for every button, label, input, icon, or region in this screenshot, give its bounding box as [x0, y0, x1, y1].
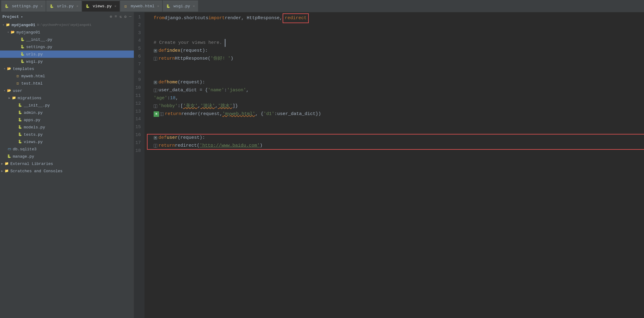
py-icon-apps: 🐍 — [18, 118, 23, 122]
tab-wsgi[interactable]: 🐍 wsgi.py × — [163, 1, 198, 12]
folder-icon-templates: 📂 — [7, 67, 12, 71]
tab-views-close[interactable]: × — [114, 5, 117, 8]
html-icon: ◫ — [123, 4, 128, 9]
root-label: mydjango01 — [12, 23, 35, 27]
tab-urls-close[interactable]: × — [76, 5, 78, 8]
fold-marker-9[interactable]: ▾ — [154, 81, 157, 84]
py-icon-urls: 🐍 — [20, 52, 25, 56]
line-numbers: 1 2 3 4 5 6 7 8 9 10 11 12 13 14 15 16 1 — [134, 12, 144, 318]
tab-settings[interactable]: 🐍 settings.py × — [1, 1, 46, 12]
minimize-icon[interactable]: — — [129, 14, 131, 19]
tree-item-user[interactable]: ▾ 📂 user — [0, 87, 134, 94]
views-label: views.py — [24, 140, 43, 144]
tab-wsgi-close[interactable]: × — [193, 5, 195, 8]
tab-myweb-close[interactable]: × — [157, 5, 159, 8]
tab-urls[interactable]: 🐍 urls.py × — [46, 1, 81, 12]
folder-icon-migrations: 📁 — [12, 96, 16, 100]
tree-item-urls[interactable]: 🐍 urls.py — [0, 51, 134, 58]
red-border-block: ▾ def user ( request ): │ return redir — [154, 134, 644, 150]
fold-marker-16[interactable]: ▾ — [154, 136, 157, 140]
code-line-7 — [154, 63, 644, 71]
tree-item-db[interactable]: 🗃 db.sqlite3 — [0, 145, 134, 153]
user-label: user — [13, 89, 22, 93]
fold-marker-5[interactable]: ▾ — [154, 49, 157, 53]
tab-bar: 🐍 settings.py × 🐍 urls.py × 🐍 views.py ×… — [0, 0, 644, 12]
models-label: models.py — [24, 125, 45, 130]
code-area[interactable]: from django.shortcuts import render, Htt… — [144, 12, 644, 318]
code-line-6: │ return HttpResponse( '你好! ' ) — [154, 55, 644, 63]
tab-settings-close[interactable]: × — [41, 5, 43, 8]
migrations-label: migrations — [18, 96, 41, 100]
file-tree: Project ▾ ⊕ ≡ ⇅ ⚙ — ▾ 📁 mydjango01 D:\py… — [0, 12, 134, 318]
tab-views[interactable]: 🐍 views.py × — [82, 1, 120, 12]
folder-icon-external: 📁 — [4, 162, 9, 166]
tree-item-scratches[interactable]: ▶ 📁 Scratches and Consoles — [0, 167, 134, 175]
sort-icon[interactable]: ⇅ — [120, 14, 122, 19]
tree-item-settings[interactable]: 🐍 settings.py — [0, 43, 134, 51]
code-line-2 — [154, 23, 644, 31]
tab-views-label: views.py — [93, 4, 112, 9]
code-line-18 — [154, 150, 644, 158]
admin-label: admin.py — [24, 110, 43, 115]
py-icon-manage: 🐍 — [7, 154, 12, 159]
tab-myweb[interactable]: ◫ myweb.html × — [120, 1, 162, 12]
folder-icon-mydjango01: 📂 — [10, 30, 15, 34]
py-icon-4: 🐍 — [166, 4, 171, 9]
myweb-label: myweb.html — [21, 74, 45, 79]
tree-item-root[interactable]: ▾ 📁 mydjango01 D:\pythonProject\mydjango… — [0, 21, 134, 29]
tab-urls-label: urls.py — [57, 4, 74, 9]
tab-myweb-label: myweb.html — [131, 4, 155, 9]
scratches-label: Scratches and Consoles — [10, 169, 63, 173]
code-line-10: │ user_data_dict = { 'name' : 'jason' , — [154, 86, 644, 94]
settings-label: settings.py — [26, 45, 52, 49]
code-line-3 — [154, 31, 644, 39]
tab-wsgi-label: wsgi.py — [173, 4, 190, 9]
tree-item-init1[interactable]: 🐍 __init__.py — [0, 36, 134, 43]
code-line-5: ▾ def index ( request ): — [154, 47, 644, 55]
external-arrow: ▶ — [0, 162, 4, 166]
code-line-16: ▾ def user ( request ): — [154, 134, 644, 142]
tree-item-migrations[interactable]: ▶ 📁 migrations — [0, 94, 134, 102]
project-dropdown-icon[interactable]: ▾ — [21, 15, 23, 19]
tree-item-views[interactable]: 🐍 views.py — [0, 138, 134, 145]
tree-item-apps[interactable]: 🐍 apps.py — [0, 116, 134, 124]
py-icon-models: 🐍 — [18, 125, 23, 129]
tab-settings-label: settings.py — [12, 4, 38, 9]
project-header[interactable]: Project ▾ ⊕ ≡ ⇅ ⚙ — — [0, 12, 134, 21]
collapse-all-icon[interactable]: ≡ — [115, 14, 117, 19]
init1-label: __init__.py — [26, 37, 52, 42]
mydjango01-label: mydjango01 — [16, 30, 40, 35]
root-arrow: ▾ — [1, 23, 5, 27]
py-icon-settings: 🐍 — [20, 45, 25, 49]
tree-item-init2[interactable]: 🐍 __init__.py — [0, 102, 134, 109]
tree-item-manage[interactable]: 🐍 manage.py — [0, 153, 134, 160]
root-path: D:\pythonProject\mydjango01 — [37, 23, 91, 27]
tree-item-external[interactable]: ▶ 📁 External Libraries — [0, 160, 134, 167]
code-line-9: ▾ def home ( request ): — [154, 79, 644, 86]
code-line-1: from django.shortcuts import render, Htt… — [154, 13, 644, 23]
code-line-4: # Create your views here. — [154, 39, 644, 47]
project-header-icons: ⊕ ≡ ⇅ ⚙ — — [110, 14, 131, 19]
code-line-13: H │ return render(request, 'myweb.html' … — [154, 110, 644, 118]
user-arrow: ▾ — [2, 89, 7, 93]
locate-icon[interactable]: ⊕ — [110, 14, 112, 19]
code-line-15 — [154, 126, 644, 134]
mydjango01-arrow: ▾ — [6, 30, 10, 34]
fold-inner-13: │ — [160, 112, 164, 116]
html-icon-myweb: ◫ — [15, 74, 20, 78]
tree-item-mydjango01[interactable]: ▾ 📂 mydjango01 — [0, 29, 134, 36]
settings-gear-icon[interactable]: ⚙ — [124, 14, 127, 19]
redirect-highlight: redirect — [283, 13, 309, 23]
init2-label: __init__.py — [24, 103, 50, 108]
tree-item-wsgi[interactable]: 🐍 wsgi.py — [0, 58, 134, 65]
py-icon: 🐍 — [4, 4, 9, 9]
tree-item-templates[interactable]: ▾ 📂 templates — [0, 65, 134, 72]
tree-item-tests[interactable]: 🐍 tests.py — [0, 131, 134, 138]
tree-item-test[interactable]: ◫ test.html — [0, 80, 134, 87]
tree-item-admin[interactable]: 🐍 admin.py — [0, 109, 134, 116]
code-line-17: │ return redirect( 'http://www.baidu.com… — [154, 142, 644, 150]
tree-item-myweb[interactable]: ◫ myweb.html — [0, 72, 134, 80]
tree-item-models[interactable]: 🐍 models.py — [0, 124, 134, 131]
code-editor[interactable]: 1 2 3 4 5 6 7 8 9 10 11 12 13 14 15 16 1 — [134, 12, 644, 318]
code-line-11: 'age' : 18 , — [154, 94, 644, 102]
